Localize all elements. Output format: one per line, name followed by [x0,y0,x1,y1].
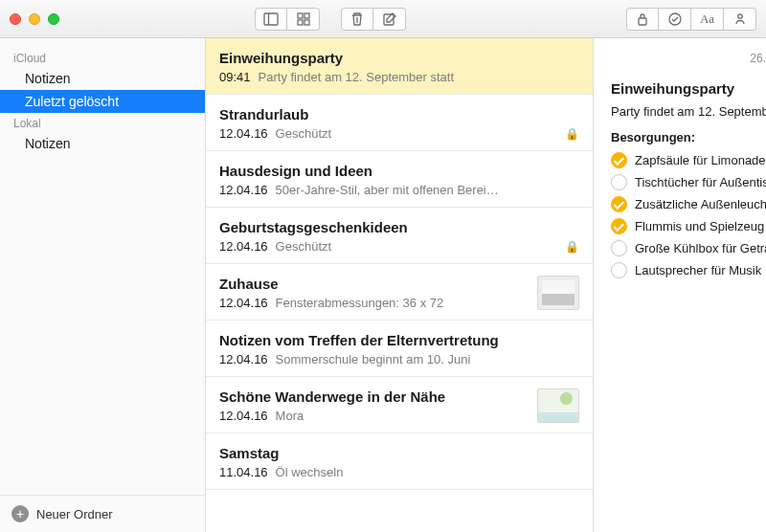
sidebar-item[interactable]: Zuletzt gelöscht [0,90,205,113]
note-item-excerpt: 50er-Jahre-Stil, aber mit offenen Berei… [276,183,579,197]
note-item-date: 12.04.16 [219,352,268,366]
svg-rect-4 [298,20,303,25]
note-item-title: Zuhause [219,276,529,292]
checklist-checkbox[interactable] [611,218,627,234]
sidebar: iCloudNotizenZuletzt gelöschtLokalNotize… [0,38,206,532]
sidebar-section-header: iCloud [0,48,205,67]
note-body-line: Party findet am 12. September [611,104,766,119]
checklist-item[interactable]: Große Kühlbox für Getränk [611,240,766,256]
note-list-item[interactable]: Schöne Wanderwege in der Nähe12.04.16Mor… [206,377,593,433]
note-item-excerpt: Geschützt [276,126,557,141]
note-list-item[interactable]: Einweihungsparty09:41Party findet am 12.… [206,38,593,95]
checklist-checkbox[interactable] [611,240,627,256]
note-item-date: 09:41 [219,70,251,84]
note-item-excerpt: Mora [276,409,529,423]
checklist-label: Zapfsäule für Limonade [635,153,766,167]
note-list-item[interactable]: Notizen vom Treffen der Elternvertretung… [206,321,593,377]
note-item-excerpt: Geschützt [276,239,557,254]
window-close-button[interactable] [10,13,21,25]
note-list-item[interactable]: Hausdesign und Ideen12.04.1650er-Jahre-S… [206,151,593,208]
note-item-excerpt: Öl wechseln [276,465,579,479]
sidebar-item[interactable]: Notizen [0,132,205,155]
checklist-label: Lautsprecher für Musik [635,263,761,277]
note-item-title: Samstag [219,445,579,461]
note-list: Einweihungsparty09:41Party findet am 12.… [206,38,594,532]
note-editor[interactable]: 26. Einweihungsparty Party findet am 12.… [594,38,766,532]
checklist-label: Flummis und Spielzeug für [635,219,766,233]
note-item-date: 12.04.16 [219,239,268,254]
window-zoom-button[interactable] [48,13,59,25]
checklist-item[interactable]: Zusätzliche Außenleuchten [611,196,766,212]
share-button[interactable] [724,8,756,31]
new-folder-button[interactable]: + Neuer Ordner [0,495,205,532]
svg-rect-2 [298,13,303,18]
note-title: Einweihungsparty [611,80,766,97]
note-list-item[interactable]: Geburtstagsgeschenkideen12.04.16Geschütz… [206,208,593,264]
lock-button[interactable] [626,8,659,31]
note-item-title: Schöne Wanderwege in der Nähe [219,388,529,405]
panel-toggle-button[interactable] [255,8,287,31]
checklist-checkbox[interactable] [611,262,627,278]
note-item-date: 12.04.16 [219,126,268,141]
toolbar-group-edit [341,8,406,31]
note-item-date: 12.04.16 [219,409,268,423]
note-item-title: Geburtstagsgeschenkideen [219,219,579,235]
note-thumbnail [537,388,579,423]
checklist-label: Tischtücher für Außentische [635,175,766,189]
window-controls [10,13,59,25]
note-item-excerpt: Party findet am 12. September statt [259,70,579,84]
sidebar-section-header: Lokal [0,113,205,132]
svg-rect-8 [639,18,646,25]
checklist-checkbox[interactable] [611,152,627,168]
note-item-date: 11.04.16 [219,465,268,479]
checklist-label: Große Kühlbox für Getränk [635,241,766,255]
note-item-title: Hausdesign und Ideen [219,163,579,179]
svg-point-9 [669,13,681,25]
svg-rect-3 [304,13,309,18]
checklist-label: Zusätzliche Außenleuchten [635,197,766,211]
note-date: 26. [611,52,766,65]
window-minimize-button[interactable] [29,13,40,25]
delete-button[interactable] [341,8,373,31]
checklist-item[interactable]: Flummis und Spielzeug für [611,218,766,234]
svg-point-10 [737,13,741,17]
note-item-title: Einweihungsparty [219,50,579,66]
checklist-checkbox[interactable] [611,174,627,190]
checklist-item[interactable]: Lautsprecher für Musik [611,262,766,278]
sidebar-item[interactable]: Notizen [0,67,205,90]
text-style-button[interactable]: Aa [691,8,724,31]
note-list-item[interactable]: Zuhause12.04.16Fensterabmessungen: 36 x … [206,264,593,321]
checklist-button[interactable] [659,8,691,31]
new-folder-label: Neuer Ordner [36,507,112,521]
note-list-item[interactable]: Samstag11.04.16Öl wechseln [206,433,593,490]
note-item-excerpt: Sommerschule beginnt am 10. Juni [276,352,579,366]
plus-icon: + [11,505,29,522]
svg-rect-5 [304,20,309,25]
note-item-excerpt: Fensterabmessungen: 36 x 72 [276,296,529,310]
grid-view-button[interactable] [287,8,320,31]
note-list-item[interactable]: Strandurlaub12.04.16Geschützt🔒 [206,95,593,151]
title-bar: Aa [0,0,766,38]
note-thumbnail [537,276,579,310]
checklist-item[interactable]: Zapfsäule für Limonade [611,152,766,168]
svg-rect-0 [264,13,278,25]
toolbar-group-view [255,8,320,31]
toolbar-group-note: Aa [626,8,756,31]
section-header: Besorgungen: [611,130,766,144]
note-item-title: Notizen vom Treffen der Elternvertretung [219,332,579,348]
checklist-item[interactable]: Tischtücher für Außentische [611,174,766,190]
lock-icon: 🔒 [565,240,579,254]
note-item-title: Strandurlaub [219,106,579,122]
checklist-checkbox[interactable] [611,196,627,212]
compose-button[interactable] [373,8,406,31]
lock-icon: 🔒 [565,127,579,141]
note-item-date: 12.04.16 [219,296,268,310]
note-item-date: 12.04.16 [219,183,268,197]
